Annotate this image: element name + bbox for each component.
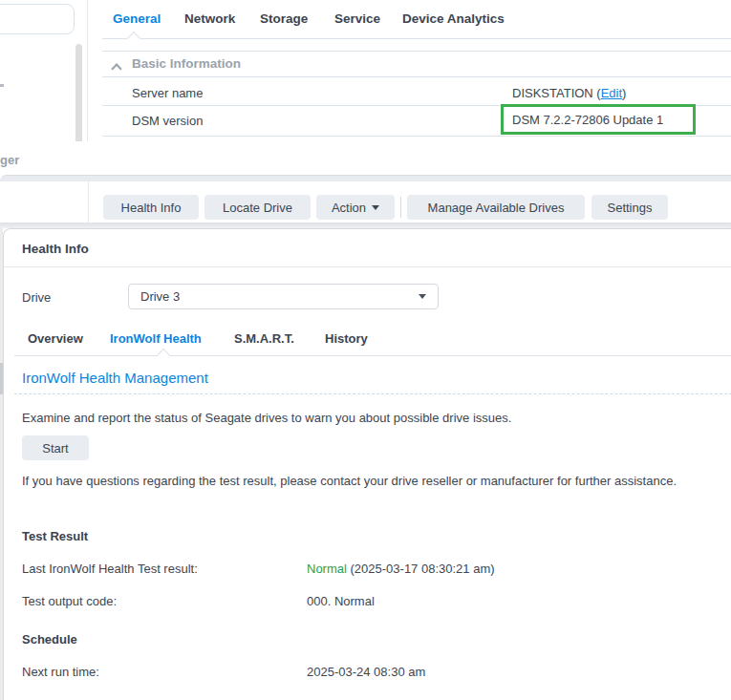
section-title: Basic Information [132, 56, 241, 71]
server-name-label: Server name [132, 86, 203, 100]
support-note: If you have questions regarding the test… [22, 471, 716, 491]
active-tab-notch [157, 349, 170, 362]
dialog-tabs-divider [14, 355, 731, 356]
control-panel-window: General Network Storage Service Device A… [0, 0, 731, 141]
clipped-text-fragment [0, 84, 4, 87]
screen: General Network Storage Service Device A… [0, 0, 731, 700]
edit-server-name-link[interactable]: Edit [601, 86, 622, 100]
action-dropdown-button[interactable]: Action [316, 195, 395, 220]
row-divider [102, 76, 731, 77]
dsm-version-label: DSM version [132, 114, 203, 128]
tab-service[interactable]: Service [334, 11, 380, 26]
dropdown-caret-icon [419, 294, 426, 299]
health-info-dialog: Health Info Drive Drive 3 Overview IronW… [3, 228, 731, 700]
dsm-version-highlight: DSM 7.2.2-72806 Update 1 [501, 104, 696, 135]
schedule-heading: Schedule [22, 632, 77, 647]
tabs-divider [102, 38, 731, 39]
panel-top-edge [0, 175, 731, 181]
sidebar-divider [87, 0, 88, 141]
status-normal-badge: Normal [307, 562, 347, 576]
drive-select[interactable]: Drive 3 [128, 284, 439, 309]
dialog-header-divider [4, 266, 731, 267]
toolbar-separator [400, 197, 401, 218]
active-tab-notch [127, 32, 140, 45]
drive-field-label: Drive [22, 290, 51, 305]
search-box[interactable] [0, 4, 75, 34]
health-info-button[interactable]: Health Info [103, 195, 199, 220]
collapse-chevron-icon[interactable] [113, 59, 120, 76]
dashed-divider [14, 393, 731, 394]
panel-divider [88, 181, 89, 223]
output-code-value: 000. Normal [307, 594, 375, 608]
dialog-tab-smart[interactable]: S.M.A.R.T. [234, 331, 294, 346]
tab-general[interactable]: General [113, 11, 161, 26]
window-title-fragment: ger [0, 153, 19, 167]
test-result-heading: Test Result [22, 529, 88, 543]
dialog-tab-overview[interactable]: Overview [28, 331, 83, 346]
ironwolf-section-heading: IronWolf Health Management [22, 370, 208, 386]
manage-available-drives-button[interactable]: Manage Available Drives [407, 195, 585, 220]
tab-storage[interactable]: Storage [260, 11, 308, 26]
section-top-divider [102, 51, 731, 52]
sidebar-scrollbar[interactable] [75, 44, 82, 141]
dsm-version-value: DSM 7.2.2-72806 Update 1 [512, 113, 663, 127]
next-run-label: Next run time: [22, 665, 99, 679]
row-divider [102, 136, 731, 137]
settings-button[interactable]: Settings [591, 195, 668, 220]
drive-select-value: Drive 3 [140, 289, 419, 304]
locate-drive-button[interactable]: Locate Drive [204, 195, 311, 220]
output-code-label: Test output code: [22, 594, 117, 608]
tab-network[interactable]: Network [184, 11, 235, 26]
start-test-button[interactable]: Start [22, 435, 89, 460]
last-result-label: Last IronWolf Health Test result: [22, 562, 198, 576]
dialog-tab-history[interactable]: History [325, 331, 368, 346]
dialog-title: Health Info [22, 242, 89, 256]
next-run-value: 2025-03-24 08:30 am [307, 665, 425, 679]
ironwolf-description: Examine and report the status of Seagate… [22, 408, 720, 428]
tab-device-analytics[interactable]: Device Analytics [402, 11, 505, 26]
server-name-value: DISKSTATION (Edit) [512, 86, 626, 100]
dialog-tab-ironwolf-health[interactable]: IronWolf Health [110, 331, 202, 346]
last-result-value: Normal (2025-03-17 08:30:21 am) [307, 562, 495, 576]
caret-down-icon [372, 205, 379, 210]
